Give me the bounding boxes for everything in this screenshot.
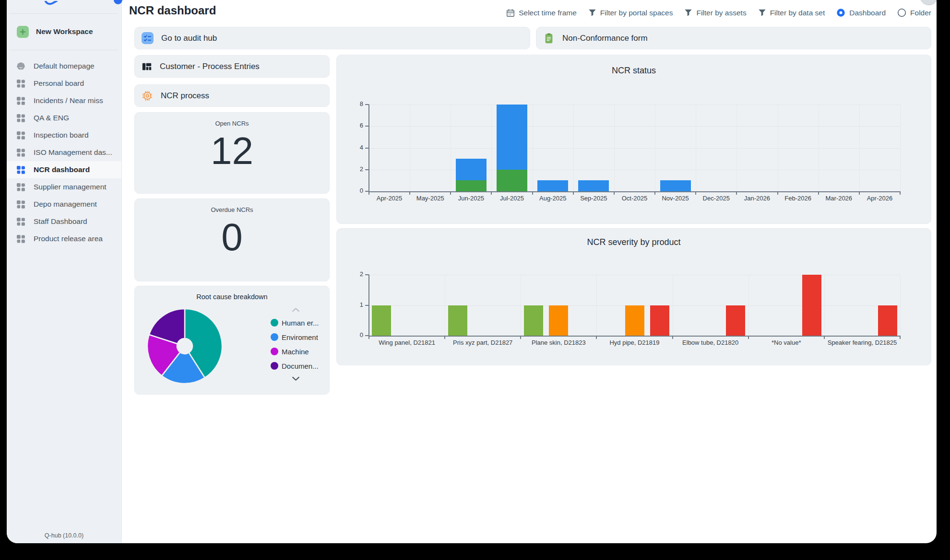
gridline-v (900, 275, 901, 336)
x-axis-label: Plane skin, D21823 (521, 339, 596, 346)
x-tick (532, 191, 533, 195)
sidebar-item-label: Default homepage (34, 62, 95, 70)
legend-item-human-er[interactable]: Human er... (271, 315, 319, 330)
x-axis-line (369, 191, 900, 192)
gridline-v (778, 105, 778, 191)
legend-dot (271, 348, 278, 355)
y-tick (365, 148, 369, 149)
sidebar-item-label: Inspection board (34, 131, 89, 140)
ncr-process-button[interactable]: NCR process (134, 84, 330, 107)
bar-open-blue (456, 159, 487, 180)
y-tick (365, 305, 369, 306)
x-axis-line (369, 336, 900, 337)
x-axis-label: Speaker fearing, D21825 (824, 339, 900, 346)
bar-minor-green (448, 305, 467, 336)
legend-label: Documen... (282, 362, 319, 370)
ncr-status-chart: 02468Apr-2025May-2025Jun-2025Jul-2025Aug… (337, 55, 931, 223)
toolbar-filter-by-portal-spaces[interactable]: Filter by portal spaces (588, 9, 673, 17)
ncr-process-label: NCR process (161, 91, 209, 101)
x-axis-label: Pris xyz part, D21827 (445, 339, 521, 346)
legend-scroll-up-icon[interactable] (292, 307, 300, 313)
bar-major-orange (549, 305, 568, 336)
legend-scroll-down-icon[interactable] (292, 376, 300, 381)
funnel-icon (684, 9, 692, 17)
y-axis-label: 2 (349, 165, 363, 173)
sidebar-item-label: QA & ENG (34, 114, 69, 122)
sidebar-item-personal-board[interactable]: Personal board (7, 75, 121, 92)
x-axis-label: Aug-2025 (533, 195, 573, 202)
gridline-v (533, 105, 533, 191)
legend-item-enviroment[interactable]: Enviroment (271, 330, 318, 344)
sidebar-item-default-homepage[interactable]: Default homepage (7, 58, 121, 75)
x-axis-label: Jul-2025 (491, 195, 532, 202)
gridline-v (748, 275, 749, 336)
x-axis-label: Nov-2025 (655, 195, 696, 202)
toolbar-select-time-frame[interactable]: Select time frame (506, 9, 577, 17)
gridline-v (900, 105, 901, 191)
bar-closed-green (497, 170, 527, 191)
x-axis-label: Oct-2025 (614, 195, 655, 202)
x-axis-label: Mar-2026 (819, 195, 859, 202)
legend-label: Human er... (282, 319, 319, 327)
toolbar-filter-by-data-set[interactable]: Filter by data set (758, 9, 825, 17)
legend-item-machine[interactable]: Machine (271, 344, 309, 359)
radio-on-icon (836, 8, 845, 17)
dashboard-grid-icon (16, 79, 26, 88)
root-cause-donut-chart (144, 305, 226, 387)
gridline-v (451, 105, 451, 191)
gridline-v (824, 275, 825, 336)
non-conformance-form-button[interactable]: Non-Conformance form (536, 27, 931, 49)
avatar[interactable] (920, 0, 937, 5)
y-axis-label: 1 (349, 301, 363, 308)
x-tick (450, 191, 451, 195)
x-axis-label: May-2025 (410, 195, 451, 202)
new-workspace-label: New Workspace (36, 27, 93, 36)
gridline-v (491, 105, 492, 191)
bar-minor-green (524, 305, 543, 336)
customer-process-entries-button[interactable]: Customer - Process Entries (134, 55, 330, 78)
go-to-audit-hub-button[interactable]: Go to audit hub (134, 27, 530, 49)
x-tick (491, 191, 492, 195)
gridline-h (369, 105, 900, 105)
bar-critical-red (802, 275, 821, 336)
dashboard-grid-icon (16, 96, 26, 105)
toolbar-label: Folder (910, 9, 931, 17)
sidebar-nav: Default homepagePersonal boardIncidents … (7, 58, 121, 247)
calendar-icon (506, 9, 515, 17)
app-frame: NCR dashboard Select time frameFilter by… (0, 0, 950, 560)
x-axis-label: Sep-2025 (573, 195, 614, 202)
toolbar-label: Select time frame (519, 9, 577, 17)
sidebar-item-incidents-near-miss[interactable]: Incidents / Near miss (7, 92, 121, 109)
x-axis-label: Elbow tube, D21820 (673, 339, 748, 346)
y-axis-label: 6 (349, 122, 363, 129)
sidebar-item-supplier-management[interactable]: Supplier management (7, 178, 121, 196)
x-axis-label: Apr-2026 (859, 195, 900, 202)
legend-dot (271, 333, 278, 341)
root-cause-legend: Human er...EnviromentMachineDocumen... (271, 307, 328, 381)
sidebar-item-qa-eng[interactable]: QA & ENG (7, 109, 121, 127)
toolbar-folder[interactable]: Folder (897, 8, 931, 17)
x-tick (748, 336, 749, 339)
sidebar-item-iso-management-das[interactable]: ISO Management das... (7, 144, 121, 161)
sidebar-item-staff-dashboard[interactable]: Staff Dashboard (7, 213, 121, 230)
clipboard-icon (543, 33, 555, 44)
dashboard-grid-icon (16, 199, 26, 209)
gridline-v (573, 105, 574, 191)
sidebar-item-product-release-area[interactable]: Product release area (7, 230, 121, 247)
toolbar-filter-by-assets[interactable]: Filter by assets (684, 9, 746, 17)
x-tick (695, 191, 696, 195)
sidebar-item-ncr-dashboard[interactable]: NCR dashboard (7, 161, 121, 178)
sidebar-item-depo-management[interactable]: Depo management (7, 196, 121, 213)
legend-item-documen[interactable]: Documen... (271, 359, 319, 373)
sidebar-item-inspection-board[interactable]: Inspection board (7, 127, 121, 144)
toolbar-dashboard[interactable]: Dashboard (836, 8, 886, 17)
x-tick (368, 336, 369, 339)
table-grid-icon (142, 61, 152, 72)
customer-process-entries-label: Customer - Process Entries (160, 62, 260, 71)
sidebar-item-label: Incidents / Near miss (34, 96, 103, 105)
sidebar-item-label: NCR dashboard (34, 165, 90, 174)
x-tick (736, 191, 737, 195)
new-workspace-button[interactable]: New Workspace (7, 23, 121, 40)
gridline-v (445, 275, 445, 336)
y-tick (365, 169, 369, 170)
